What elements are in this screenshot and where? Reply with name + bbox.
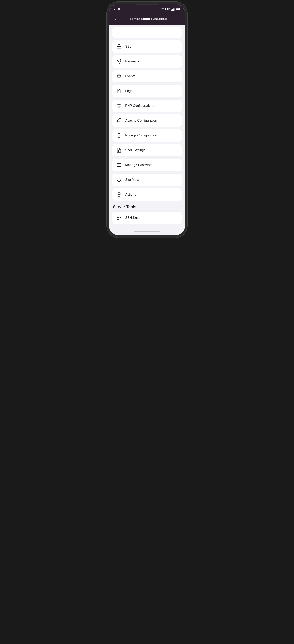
list-item-events[interactable]: Events: [112, 70, 182, 82]
notch: [135, 4, 159, 5]
list-item-nodejs[interactable]: JS Node.js Configuration: [112, 129, 182, 142]
logs-icon: [116, 88, 122, 94]
content-area: SSL Redirects Events: [109, 25, 185, 228]
ssl-label: SSL: [125, 44, 132, 48]
logs-label: Logs: [125, 89, 133, 93]
nodejs-icon: JS: [116, 133, 122, 138]
star-icon: [116, 74, 122, 79]
header: demo.testaccount.boats: [109, 14, 185, 25]
list-item-ssl[interactable]: SSL: [112, 40, 182, 53]
svg-text:JS: JS: [118, 135, 120, 136]
shell-icon: [116, 148, 122, 153]
home-indicator: [109, 228, 185, 235]
feather-icon: [116, 118, 122, 123]
manage-password-label: Manage Password: [125, 163, 153, 167]
list-item-apache[interactable]: Apache Configuration: [112, 114, 182, 127]
partial-icon: [116, 30, 122, 36]
list-item-shell[interactable]: Shell Settings: [112, 144, 182, 157]
key-icon: [116, 215, 122, 220]
status-time: 2:00: [114, 8, 120, 11]
status-icons: LTE: [161, 8, 180, 11]
svg-point-21: [120, 165, 120, 165]
php-label: PHP Configurations: [125, 104, 154, 108]
actions-label: Actions: [125, 193, 136, 196]
tag-icon: [116, 177, 122, 182]
svg-rect-0: [171, 10, 172, 10]
svg-point-19: [118, 165, 118, 165]
svg-marker-9: [117, 74, 121, 78]
shell-label: Shell Settings: [125, 148, 146, 152]
svg-text:php: php: [118, 105, 120, 107]
server-tools-section-header: Server Tools: [112, 203, 182, 212]
svg-rect-6: [117, 46, 121, 49]
svg-point-20: [119, 165, 119, 165]
header-title: demo.testaccount.boats: [122, 17, 175, 21]
list-item-partial[interactable]: [112, 27, 182, 38]
list-item-ssh-keys[interactable]: SSH Keys: [112, 212, 182, 224]
status-bar: 2:00 LTE: [109, 4, 185, 14]
php-icon: php: [116, 103, 122, 108]
svg-rect-1: [172, 9, 173, 10]
actions-icon: [116, 192, 122, 198]
events-label: Events: [125, 74, 135, 78]
lock-icon: [116, 44, 122, 49]
apache-label: Apache Configuration: [125, 119, 157, 122]
svg-point-23: [118, 194, 120, 196]
list-item-actions[interactable]: Actions: [112, 188, 182, 201]
home-bar: [134, 232, 160, 232]
list-item-php[interactable]: php PHP Configurations: [112, 100, 182, 112]
wifi-icon: [161, 8, 164, 10]
svg-rect-3: [174, 8, 175, 10]
redirects-label: Redirects: [125, 60, 139, 63]
back-button[interactable]: [113, 16, 119, 22]
nodejs-label: Node.js Configuration: [125, 134, 157, 137]
ssh-keys-label: SSH Keys: [125, 216, 140, 220]
list-item-redirects[interactable]: Redirects: [112, 55, 182, 68]
signal-icon: [171, 8, 175, 10]
site-meta-label: Site Meta: [125, 178, 139, 182]
list-item-site-meta[interactable]: Site Meta: [112, 174, 182, 186]
list-item-logs[interactable]: Logs: [112, 84, 182, 98]
lte-label: LTE: [165, 8, 170, 11]
list-item-manage-password[interactable]: Manage Password: [112, 158, 182, 172]
svg-rect-5: [176, 8, 179, 10]
redirects-icon: [116, 59, 122, 64]
phone-frame: 2:00 LTE: [109, 4, 185, 235]
battery-icon: [176, 8, 180, 10]
password-icon: [116, 162, 122, 168]
svg-rect-2: [173, 8, 174, 11]
